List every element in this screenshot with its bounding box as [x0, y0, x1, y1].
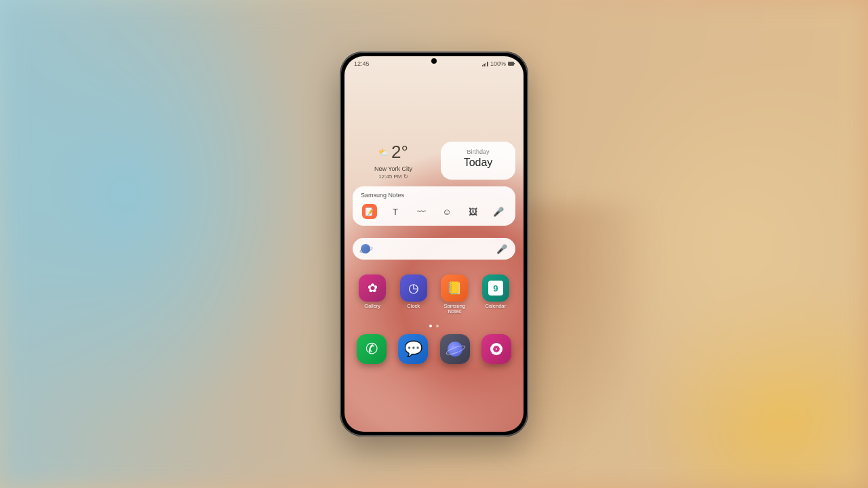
calendar-event-title: Birthday: [449, 148, 507, 155]
battery-icon: [508, 62, 514, 66]
messages-icon: 💬: [398, 334, 428, 364]
app-label: Calendar: [479, 304, 513, 309]
status-time: 12:45: [354, 60, 370, 67]
app-samsung-notes[interactable]: 📒 Samsung Notes: [437, 274, 472, 315]
app-calendar[interactable]: 9 Calendar: [479, 274, 513, 315]
gallery-icon: ✿: [359, 274, 386, 302]
weather-temperature: 2°: [391, 142, 408, 163]
notes-app-icon: 📒: [441, 274, 468, 302]
camera-icon: [481, 334, 511, 364]
app-clock[interactable]: ◷ Clock: [397, 274, 431, 315]
home-app-grid: ✿ Gallery ◷ Clock 📒 Samsung Notes 9 Cale…: [353, 274, 515, 315]
calendar-icon: 9: [482, 274, 509, 302]
image-note-icon[interactable]: 🖼: [465, 204, 480, 219]
front-camera-punch-hole: [431, 58, 437, 64]
dock-camera[interactable]: [479, 334, 515, 364]
battery-percent: 100%: [490, 60, 506, 67]
voice-note-icon[interactable]: 🎤: [491, 204, 506, 219]
new-note-icon[interactable]: 📝: [362, 204, 377, 219]
browser-icon: [440, 334, 470, 364]
page-indicator[interactable]: [353, 325, 515, 327]
finder-search-bar[interactable]: 🎤: [353, 238, 515, 260]
dock-messages[interactable]: 💬: [396, 334, 431, 364]
page-dot: [436, 325, 439, 327]
app-label: Clock: [397, 304, 431, 309]
page-dot-active: [429, 325, 432, 327]
weather-city: New York City: [353, 165, 434, 172]
calendar-event-when: Today: [449, 157, 507, 169]
weather-updated-time: 12:45 PM ↻: [353, 174, 434, 180]
dock-phone[interactable]: ✆: [354, 334, 389, 364]
handwriting-icon[interactable]: 〰: [414, 204, 429, 219]
app-label: Gallery: [355, 304, 390, 309]
internet-search-icon: [361, 244, 370, 253]
app-label: Samsung Notes: [437, 304, 472, 315]
weather-widget[interactable]: ⛅ 2° New York City 12:45 PM ↻: [353, 142, 434, 180]
notes-widget-title: Samsung Notes: [361, 192, 507, 199]
calendar-widget[interactable]: Birthday Today: [441, 142, 515, 180]
phone-frame: 12:45 100% ⛅ 2° New York City 12:45 PM ↻: [340, 52, 528, 436]
weather-condition-icon: ⛅: [378, 148, 389, 157]
app-gallery[interactable]: ✿ Gallery: [355, 274, 390, 315]
phone-screen[interactable]: 12:45 100% ⛅ 2° New York City 12:45 PM ↻: [344, 56, 524, 432]
signal-icon: [482, 62, 488, 66]
voice-search-icon[interactable]: 🎤: [496, 244, 507, 254]
clock-icon: ◷: [400, 274, 427, 302]
dock-internet[interactable]: [437, 334, 473, 364]
drawing-icon[interactable]: ☺: [439, 204, 454, 219]
text-note-icon[interactable]: T: [388, 204, 403, 219]
samsung-notes-widget[interactable]: Samsung Notes 📝 T 〰 ☺ 🖼 🎤: [353, 186, 515, 226]
phone-icon: ✆: [357, 334, 387, 364]
dock: ✆ 💬: [344, 334, 524, 373]
